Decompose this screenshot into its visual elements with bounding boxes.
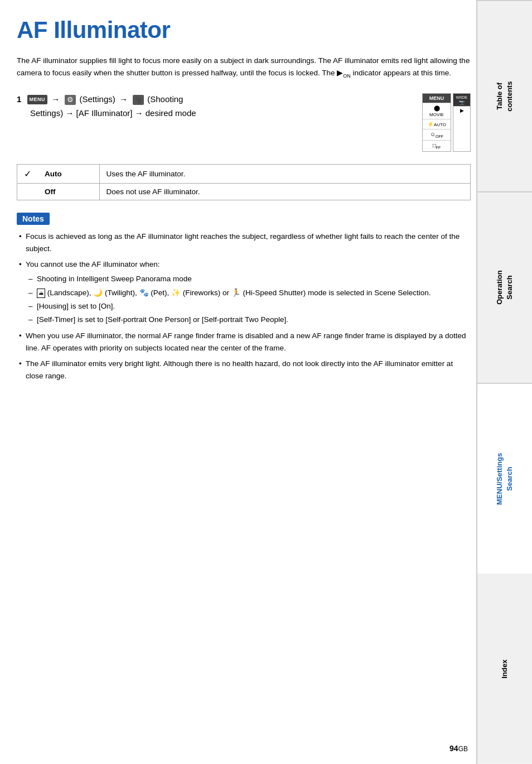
option-off-label: Off: [38, 183, 99, 200]
cam-wide-item: WIDE📷: [453, 94, 470, 107]
cam-col-right: WIDE📷 ▶: [453, 93, 471, 152]
page-number: 94GB: [449, 744, 468, 753]
page-title: AF Illuminator: [17, 17, 471, 44]
note-2-text: You cannot use the AF illuminator when:: [26, 260, 159, 268]
table-row-off: Off Does not use AF illuminator.: [17, 183, 471, 200]
note-item-1: Focus is achieved as long as the AF illu…: [17, 230, 471, 256]
option-off-desc: Does not use AF illuminator.: [99, 183, 471, 200]
table-row-auto: ✓ Auto Uses the AF illuminator.: [17, 164, 471, 183]
cam-play-item: ▶: [453, 107, 470, 114]
note-2-sublist: Shooting in Intelligent Sweep Panorama m…: [26, 273, 471, 326]
pet-icon: 🐾: [139, 289, 149, 297]
note-item-3: When you use AF illuminator, the normal …: [17, 330, 471, 355]
intro-text: The AF illuminator supplies fill light t…: [17, 55, 471, 80]
cam-auto-item: ⚡AUTO: [423, 119, 451, 129]
arrow-1: →: [51, 94, 60, 104]
check-cell-off: [17, 183, 38, 200]
check-cell-auto: ✓: [17, 164, 38, 183]
note-item-2: You cannot use the AF illuminator when: …: [17, 258, 471, 326]
step-1-section: 1 MENU → (Settings) → (Shooting Settings…: [17, 92, 471, 152]
sub-item-2: ⛰ (Landscape), 🌙 (Twilight), 🐾 (Pet), ✨ …: [26, 287, 471, 299]
settings-icon: [65, 95, 76, 105]
settings-arrow-label: Settings) → [AF Illuminator] → desired m…: [17, 108, 196, 118]
sidebar-tab-toc[interactable]: Table ofcontents: [477, 0, 532, 191]
sub-item-3: [Housing] is set to [On].: [26, 300, 471, 313]
sidebar-tab-index[interactable]: Index: [477, 574, 532, 764]
sidebar-tab-menu[interactable]: MENU/SettingsSearch: [477, 383, 532, 574]
sidebar-index-label: Index: [500, 660, 510, 679]
note-4-text: The AF illuminator emits very bright lig…: [26, 359, 453, 380]
sidebar-toc-label: Table ofcontents: [495, 81, 515, 111]
options-table: ✓ Auto Uses the AF illuminator. Off Does…: [17, 164, 471, 200]
option-auto-desc: Uses the AF illuminator.: [99, 164, 471, 183]
notes-header: Notes: [17, 213, 50, 225]
sub-item-1: Shooting in Intelligent Sweep Panorama m…: [26, 273, 471, 285]
camera-diagram: MENU ⬤MOVIE ⚡AUTO ☺OFF □FF WIDE📷 ▶: [422, 93, 471, 152]
sub-item-4: [Self-Timer] is set to [Self-portrait On…: [26, 314, 471, 326]
landscape-icon: ⛰: [37, 289, 45, 298]
checkmark-auto: ✓: [24, 169, 31, 179]
cam-col-left: MENU ⬤MOVIE ⚡AUTO ☺OFF □FF: [422, 93, 451, 152]
cam-q-item: ☺OFF: [423, 129, 451, 141]
cam-box-item: □FF: [423, 141, 451, 151]
page-num-value: 94: [449, 744, 458, 753]
step-1-text: 1 MENU → (Settings) → (Shooting Settings…: [17, 92, 411, 121]
cam-menu-item: MENU: [423, 94, 451, 103]
sidebar-menu-label: MENU/SettingsSearch: [495, 453, 515, 504]
sidebar-tab-operation[interactable]: OperationSearch: [477, 191, 532, 383]
note-1-text: Focus is achieved as long as the AF illu…: [26, 232, 460, 253]
step-number: 1: [17, 94, 21, 104]
sidebar: Table ofcontents OperationSearch MENU/Se…: [476, 0, 532, 764]
menu-icon: MENU: [27, 95, 48, 104]
fireworks-icon: ✨: [171, 289, 181, 297]
shooting-label: (Shooting: [147, 94, 183, 104]
note-item-4: The AF illuminator emits very bright lig…: [17, 358, 471, 383]
page-gb: GB: [458, 745, 468, 753]
cam-movie-item: ⬤MOVIE: [423, 103, 451, 119]
main-content: AF Illuminator The AF illuminator suppli…: [17, 17, 471, 420]
arrow-2: →: [119, 94, 128, 104]
note-3-text: When you use AF illuminator, the normal …: [26, 331, 466, 352]
sidebar-operation-label: OperationSearch: [495, 270, 515, 304]
option-auto-label: Auto: [38, 164, 99, 183]
settings-label: (Settings): [80, 94, 118, 104]
notes-section: Notes Focus is achieved as long as the A…: [17, 213, 471, 383]
notes-list: Focus is achieved as long as the AF illu…: [17, 230, 471, 383]
camera-icon: [133, 95, 144, 105]
hishutter-icon: 🏃: [231, 289, 241, 297]
twilight-icon: 🌙: [93, 289, 103, 297]
